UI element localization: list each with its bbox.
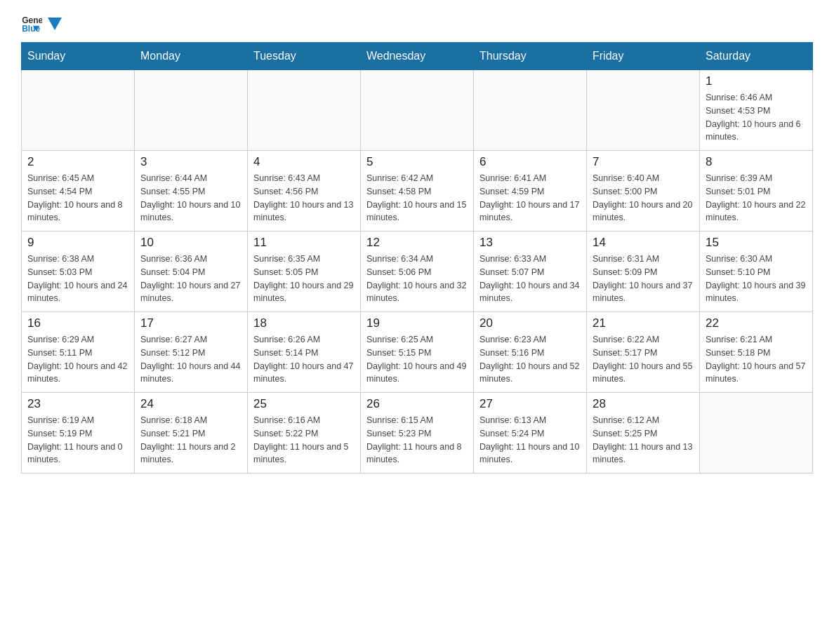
calendar-week-row: 16Sunrise: 6:29 AM Sunset: 5:11 PM Dayli… xyxy=(22,312,813,393)
calendar-cell: 26Sunrise: 6:15 AM Sunset: 5:23 PM Dayli… xyxy=(361,393,474,474)
calendar-cell: 14Sunrise: 6:31 AM Sunset: 5:09 PM Dayli… xyxy=(587,232,700,312)
day-number: 3 xyxy=(140,155,241,169)
day-info: Sunrise: 6:38 AM Sunset: 5:03 PM Dayligh… xyxy=(27,253,128,305)
day-info: Sunrise: 6:43 AM Sunset: 4:56 PM Dayligh… xyxy=(253,172,355,224)
day-info: Sunrise: 6:31 AM Sunset: 5:09 PM Dayligh… xyxy=(593,253,694,305)
calendar-week-row: 23Sunrise: 6:19 AM Sunset: 5:19 PM Dayli… xyxy=(22,393,813,474)
calendar-cell: 4Sunrise: 6:43 AM Sunset: 4:56 PM Daylig… xyxy=(248,151,361,232)
weekday-header-saturday: Saturday xyxy=(700,43,813,70)
weekday-header-thursday: Thursday xyxy=(474,43,587,70)
day-number: 9 xyxy=(27,236,128,250)
calendar-cell: 7Sunrise: 6:40 AM Sunset: 5:00 PM Daylig… xyxy=(587,151,700,232)
calendar-cell: 19Sunrise: 6:25 AM Sunset: 5:15 PM Dayli… xyxy=(361,312,474,393)
weekday-header-friday: Friday xyxy=(587,43,700,70)
day-info: Sunrise: 6:13 AM Sunset: 5:24 PM Dayligh… xyxy=(479,414,581,467)
calendar-cell: 9Sunrise: 6:38 AM Sunset: 5:03 PM Daylig… xyxy=(22,232,135,312)
day-info: Sunrise: 6:36 AM Sunset: 5:04 PM Dayligh… xyxy=(140,253,241,305)
calendar-cell xyxy=(135,70,248,151)
weekday-header-sunday: Sunday xyxy=(22,43,135,70)
day-info: Sunrise: 6:45 AM Sunset: 4:54 PM Dayligh… xyxy=(27,172,128,224)
calendar-body: 1Sunrise: 6:46 AM Sunset: 4:53 PM Daylig… xyxy=(22,70,813,474)
day-number: 6 xyxy=(479,155,581,169)
calendar-cell xyxy=(22,70,135,151)
calendar-cell: 16Sunrise: 6:29 AM Sunset: 5:11 PM Dayli… xyxy=(22,312,135,393)
calendar-cell: 27Sunrise: 6:13 AM Sunset: 5:24 PM Dayli… xyxy=(474,393,587,474)
calendar-cell: 20Sunrise: 6:23 AM Sunset: 5:16 PM Dayli… xyxy=(474,312,587,393)
day-number: 12 xyxy=(366,236,468,250)
day-number: 20 xyxy=(479,316,581,330)
day-info: Sunrise: 6:12 AM Sunset: 5:25 PM Dayligh… xyxy=(593,414,694,467)
calendar-cell xyxy=(587,70,700,151)
day-info: Sunrise: 6:27 AM Sunset: 5:12 PM Dayligh… xyxy=(140,333,241,386)
day-info: Sunrise: 6:19 AM Sunset: 5:19 PM Dayligh… xyxy=(27,414,128,467)
day-number: 18 xyxy=(253,316,355,330)
day-info: Sunrise: 6:39 AM Sunset: 5:01 PM Dayligh… xyxy=(706,172,807,224)
day-number: 27 xyxy=(479,397,581,411)
svg-marker-3 xyxy=(48,18,62,30)
calendar-cell xyxy=(474,70,587,151)
calendar-cell: 28Sunrise: 6:12 AM Sunset: 5:25 PM Dayli… xyxy=(587,393,700,474)
calendar-cell: 6Sunrise: 6:41 AM Sunset: 4:59 PM Daylig… xyxy=(474,151,587,232)
logo-triangle-icon xyxy=(48,18,62,32)
calendar-week-row: 1Sunrise: 6:46 AM Sunset: 4:53 PM Daylig… xyxy=(22,70,813,151)
day-number: 23 xyxy=(27,397,128,411)
day-info: Sunrise: 6:42 AM Sunset: 4:58 PM Dayligh… xyxy=(366,172,468,224)
day-info: Sunrise: 6:16 AM Sunset: 5:22 PM Dayligh… xyxy=(253,414,355,467)
day-info: Sunrise: 6:23 AM Sunset: 5:16 PM Dayligh… xyxy=(479,333,581,386)
calendar-cell: 22Sunrise: 6:21 AM Sunset: 5:18 PM Dayli… xyxy=(700,312,813,393)
day-number: 24 xyxy=(140,397,241,411)
day-info: Sunrise: 6:21 AM Sunset: 5:18 PM Dayligh… xyxy=(706,333,807,386)
day-number: 13 xyxy=(479,236,581,250)
day-number: 22 xyxy=(706,316,807,330)
calendar-cell xyxy=(700,393,813,474)
day-info: Sunrise: 6:25 AM Sunset: 5:15 PM Dayligh… xyxy=(366,333,468,386)
calendar-cell: 21Sunrise: 6:22 AM Sunset: 5:17 PM Dayli… xyxy=(587,312,700,393)
calendar-header: SundayMondayTuesdayWednesdayThursdayFrid… xyxy=(22,43,813,70)
day-number: 15 xyxy=(706,236,807,250)
day-number: 2 xyxy=(27,155,128,169)
day-number: 16 xyxy=(27,316,128,330)
logo-icon: General Blue xyxy=(21,14,42,35)
day-info: Sunrise: 6:15 AM Sunset: 5:23 PM Dayligh… xyxy=(366,414,468,467)
day-number: 11 xyxy=(253,236,355,250)
logo: General Blue xyxy=(21,14,63,35)
calendar-table: SundayMondayTuesdayWednesdayThursdayFrid… xyxy=(21,42,813,474)
day-info: Sunrise: 6:33 AM Sunset: 5:07 PM Dayligh… xyxy=(479,253,581,305)
calendar-cell: 11Sunrise: 6:35 AM Sunset: 5:05 PM Dayli… xyxy=(248,232,361,312)
day-number: 8 xyxy=(706,155,807,169)
day-info: Sunrise: 6:44 AM Sunset: 4:55 PM Dayligh… xyxy=(140,172,241,224)
day-number: 14 xyxy=(593,236,694,250)
page-header: General Blue xyxy=(21,14,813,35)
day-info: Sunrise: 6:26 AM Sunset: 5:14 PM Dayligh… xyxy=(253,333,355,386)
day-info: Sunrise: 6:34 AM Sunset: 5:06 PM Dayligh… xyxy=(366,253,468,305)
calendar-week-row: 2Sunrise: 6:45 AM Sunset: 4:54 PM Daylig… xyxy=(22,151,813,232)
day-number: 7 xyxy=(593,155,694,169)
day-info: Sunrise: 6:41 AM Sunset: 4:59 PM Dayligh… xyxy=(479,172,581,224)
day-info: Sunrise: 6:46 AM Sunset: 4:53 PM Dayligh… xyxy=(706,91,807,144)
day-number: 5 xyxy=(366,155,468,169)
day-info: Sunrise: 6:35 AM Sunset: 5:05 PM Dayligh… xyxy=(253,253,355,305)
weekday-header-monday: Monday xyxy=(135,43,248,70)
day-number: 25 xyxy=(253,397,355,411)
calendar-cell: 23Sunrise: 6:19 AM Sunset: 5:19 PM Dayli… xyxy=(22,393,135,474)
calendar-cell xyxy=(248,70,361,151)
day-info: Sunrise: 6:18 AM Sunset: 5:21 PM Dayligh… xyxy=(140,414,241,467)
calendar-cell: 25Sunrise: 6:16 AM Sunset: 5:22 PM Dayli… xyxy=(248,393,361,474)
calendar-cell: 1Sunrise: 6:46 AM Sunset: 4:53 PM Daylig… xyxy=(700,70,813,151)
calendar-cell: 18Sunrise: 6:26 AM Sunset: 5:14 PM Dayli… xyxy=(248,312,361,393)
calendar-week-row: 9Sunrise: 6:38 AM Sunset: 5:03 PM Daylig… xyxy=(22,232,813,312)
calendar-cell: 10Sunrise: 6:36 AM Sunset: 5:04 PM Dayli… xyxy=(135,232,248,312)
svg-text:Blue: Blue xyxy=(22,24,40,34)
day-number: 1 xyxy=(706,74,807,88)
calendar-cell: 15Sunrise: 6:30 AM Sunset: 5:10 PM Dayli… xyxy=(700,232,813,312)
day-number: 4 xyxy=(253,155,355,169)
day-number: 10 xyxy=(140,236,241,250)
day-info: Sunrise: 6:40 AM Sunset: 5:00 PM Dayligh… xyxy=(593,172,694,224)
day-number: 19 xyxy=(366,316,468,330)
calendar-cell: 12Sunrise: 6:34 AM Sunset: 5:06 PM Dayli… xyxy=(361,232,474,312)
weekday-header-row: SundayMondayTuesdayWednesdayThursdayFrid… xyxy=(22,43,813,70)
day-number: 21 xyxy=(593,316,694,330)
calendar-cell: 3Sunrise: 6:44 AM Sunset: 4:55 PM Daylig… xyxy=(135,151,248,232)
calendar-cell: 2Sunrise: 6:45 AM Sunset: 4:54 PM Daylig… xyxy=(22,151,135,232)
day-info: Sunrise: 6:22 AM Sunset: 5:17 PM Dayligh… xyxy=(593,333,694,386)
